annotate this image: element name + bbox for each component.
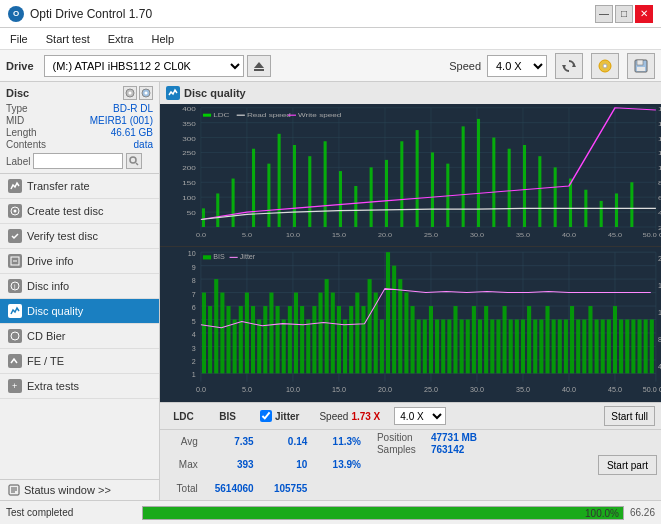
position-samples-area: Position 47731 MB Samples 763142 <box>371 430 594 500</box>
svg-marker-0 <box>254 62 264 68</box>
save-button[interactable] <box>627 53 655 79</box>
svg-rect-194 <box>484 306 488 373</box>
eject-button[interactable] <box>247 55 271 77</box>
svg-rect-85 <box>339 171 342 227</box>
svg-rect-90 <box>416 130 419 227</box>
svg-text:40.0: 40.0 <box>562 232 576 238</box>
maximize-button[interactable]: □ <box>615 5 633 23</box>
svg-rect-168 <box>325 279 329 373</box>
bottom-chart-svg: 10 9 8 7 6 5 4 3 2 1 20% 16% 12% 8% 4% <box>160 247 661 402</box>
svg-text:0.0: 0.0 <box>196 232 207 238</box>
svg-rect-89 <box>400 141 403 227</box>
refresh-button[interactable] <box>555 53 583 79</box>
title-bar: O Opti Drive Control 1.70 — □ ✕ <box>0 0 661 28</box>
svg-rect-196 <box>496 319 500 373</box>
svg-rect-78 <box>232 179 235 227</box>
disc-button-2[interactable] <box>139 86 153 100</box>
status-window-label: Status window >> <box>24 484 111 496</box>
total-label: Total <box>160 477 202 500</box>
disc-section: Disc Type BD-R DL MID MEIRB1 (001) Lengt… <box>0 82 159 174</box>
svg-text:300: 300 <box>182 136 196 143</box>
svg-rect-79 <box>252 149 255 227</box>
status-window-button[interactable]: Status window >> <box>0 479 159 500</box>
svg-point-13 <box>130 157 136 163</box>
disc-icon-button[interactable] <box>591 53 619 79</box>
svg-rect-180 <box>398 279 402 373</box>
position-val: 47731 MB <box>431 432 477 443</box>
svg-text:40.0: 40.0 <box>562 385 576 394</box>
svg-rect-163 <box>294 292 298 373</box>
sidebar-item-fe-te[interactable]: FE / TE <box>0 349 159 374</box>
buttons-col: Start part <box>594 430 661 500</box>
svg-text:35.0: 35.0 <box>516 385 530 394</box>
svg-rect-84 <box>324 141 327 227</box>
speed-select[interactable]: 4.0 X 1.0 X 2.0 X 8.0 X <box>487 55 547 77</box>
label-input[interactable] <box>33 153 123 169</box>
sidebar-item-transfer-rate[interactable]: Transfer rate <box>0 174 159 199</box>
svg-text:15.0: 15.0 <box>332 232 346 238</box>
svg-rect-173 <box>355 292 359 373</box>
sidebar-nav: Transfer rate Create test disc Verify te… <box>0 174 159 399</box>
svg-rect-156 <box>251 306 255 373</box>
app-icon: O <box>8 6 24 22</box>
svg-rect-7 <box>637 60 643 65</box>
svg-rect-192 <box>472 306 476 373</box>
max-bis: 10 <box>258 453 312 476</box>
stats-data-area: Avg 7.35 0.14 11.3% Max 393 10 13.9% <box>160 430 661 500</box>
svg-rect-150 <box>214 279 218 373</box>
start-part-button[interactable]: Start part <box>598 455 657 475</box>
speed-select-stats[interactable]: 4.0 X <box>394 407 446 425</box>
menu-extra[interactable]: Extra <box>104 32 138 46</box>
svg-rect-222 <box>203 255 211 259</box>
svg-rect-157 <box>257 319 261 373</box>
sidebar-item-verify-test-disc[interactable]: Verify test disc <box>0 224 159 249</box>
svg-point-10 <box>129 92 132 95</box>
minimize-button[interactable]: — <box>595 5 613 23</box>
total-jitter-spacer <box>311 477 371 500</box>
svg-rect-190 <box>460 319 464 373</box>
menu-help[interactable]: Help <box>147 32 178 46</box>
jitter-checkbox[interactable] <box>260 410 272 422</box>
drive-info-icon <box>8 254 22 268</box>
svg-rect-181 <box>404 292 408 373</box>
drive-select[interactable]: (M:) ATAPI iHBS112 2 CL0K <box>44 55 244 77</box>
svg-point-21 <box>11 332 19 340</box>
svg-line-14 <box>136 163 138 165</box>
table-row-avg: Avg 7.35 0.14 11.3% <box>160 430 371 453</box>
svg-rect-149 <box>208 306 212 373</box>
svg-rect-95 <box>492 138 495 227</box>
disc-quality-header: Disc quality <box>160 82 661 104</box>
sidebar-item-disc-info[interactable]: i Disc info <box>0 274 159 299</box>
svg-rect-172 <box>349 306 353 373</box>
svg-rect-162 <box>288 306 292 373</box>
transfer-rate-icon <box>8 179 22 193</box>
menu-start-test[interactable]: Start test <box>42 32 94 46</box>
svg-rect-193 <box>478 319 482 373</box>
svg-rect-216 <box>619 319 623 373</box>
content-area: Disc quality <box>160 82 661 500</box>
svg-rect-219 <box>637 319 641 373</box>
charts-stats-container: 400 350 300 250 200 150 100 50 18X 16X 1… <box>160 104 661 500</box>
samples-row: Samples 763142 <box>377 444 588 455</box>
avg-jitter: 11.3% <box>311 430 371 453</box>
sidebar-item-drive-info-label: Drive info <box>27 255 73 267</box>
close-button[interactable]: ✕ <box>635 5 653 23</box>
label-search-button[interactable] <box>126 153 142 169</box>
svg-rect-93 <box>462 126 465 227</box>
progress-bar <box>143 507 623 519</box>
sidebar-item-drive-info[interactable]: Drive info <box>0 249 159 274</box>
start-full-button[interactable]: Start full <box>604 406 655 426</box>
menu-file[interactable]: File <box>6 32 32 46</box>
svg-rect-88 <box>385 160 388 227</box>
svg-rect-186 <box>435 319 439 373</box>
svg-rect-206 <box>558 319 562 373</box>
sidebar-item-disc-quality[interactable]: Disc quality <box>0 299 159 324</box>
svg-rect-83 <box>308 156 311 227</box>
disc-button-1[interactable] <box>123 86 137 100</box>
sidebar-item-extra-tests[interactable]: + Extra tests <box>0 374 159 399</box>
svg-text:100: 100 <box>182 195 196 202</box>
sidebar-item-verify-test-disc-label: Verify test disc <box>27 230 98 242</box>
disc-mid-key: MID <box>6 115 24 126</box>
sidebar-item-cd-bier[interactable]: CD Bier <box>0 324 159 349</box>
sidebar-item-create-test-disc[interactable]: Create test disc <box>0 199 159 224</box>
